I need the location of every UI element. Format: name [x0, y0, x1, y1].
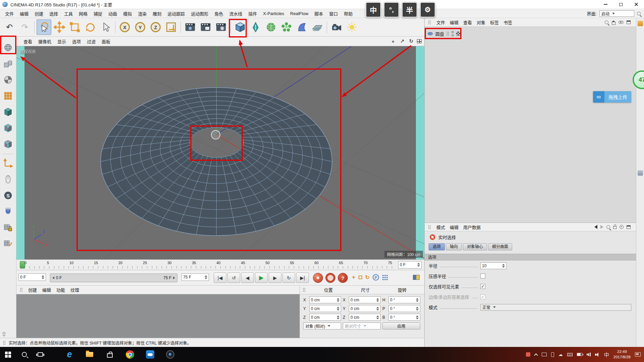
point-level-animation-toggle[interactable] [382, 275, 388, 281]
frame-number-field[interactable]: 0 F [18, 274, 46, 281]
enable-axis-mode-button[interactable] [1, 156, 15, 170]
tray-tim-icon[interactable] [526, 352, 530, 357]
section-header[interactable]: 选项 [425, 254, 636, 260]
panel-grip-icon[interactable] [303, 288, 306, 292]
rotate-tool-button[interactable] [83, 19, 98, 35]
selection-mode-select[interactable]: 正常 [480, 304, 631, 311]
transport-button[interactable]: ▶| [296, 273, 309, 283]
menu-item[interactable]: 雕刻 [150, 10, 164, 17]
object-manager-menu-item[interactable]: 标签 [490, 19, 499, 25]
lock-z-axis-button[interactable]: Z [148, 19, 163, 35]
add-environment-object-button[interactable] [310, 19, 325, 35]
add-subdivision-surface-button[interactable] [264, 19, 278, 35]
stepper-icon[interactable] [40, 275, 44, 279]
model-mode-button[interactable] [1, 57, 15, 71]
size-field[interactable]: 0 cm [349, 314, 381, 321]
object-manager-menu-item[interactable]: 查看 [463, 19, 472, 25]
menu-item[interactable]: 插件 [245, 10, 260, 17]
history-forward-icon[interactable] [600, 225, 603, 229]
viewport-menu-item[interactable]: 面板 [99, 38, 113, 45]
rotation-field[interactable]: 0 ° [388, 314, 420, 321]
last-used-tool-button[interactable] [98, 19, 113, 35]
make-editable-button[interactable] [1, 41, 15, 55]
material-menu-item[interactable]: 编辑 [42, 287, 51, 293]
viewport-menu-item[interactable]: 查看 [20, 38, 35, 45]
add-spline-button[interactable] [248, 19, 263, 35]
transport-button[interactable]: ◀ [241, 273, 254, 283]
ime-punctuation-button[interactable]: °, [384, 2, 399, 17]
task-view-button[interactable] [32, 347, 48, 362]
eye-icon[interactable] [619, 21, 624, 24]
range-right-icon[interactable] [173, 277, 175, 279]
size-field[interactable]: 0 cm [349, 305, 381, 312]
taskbar-file-explorer-button[interactable] [80, 347, 99, 362]
ime-width-button[interactable]: 半 [402, 2, 417, 17]
workplane-transform-button[interactable] [1, 237, 15, 251]
panel-grip-icon[interactable] [428, 20, 431, 24]
attribute-tab[interactable]: 细分曲面 [488, 243, 512, 250]
menu-item[interactable]: 角色 [211, 10, 226, 17]
taskbar-store-button[interactable] [101, 347, 119, 362]
position-field[interactable]: 0 cm [309, 314, 341, 321]
transport-button[interactable]: ▶ [269, 273, 281, 283]
attribute-manager-menu-item[interactable]: 模式 [436, 224, 445, 230]
minimize-button[interactable] [598, 0, 613, 9]
lock-x-axis-button[interactable]: X [117, 19, 132, 35]
search-icon[interactable] [605, 20, 608, 24]
tray-cloud-icon[interactable]: ☁ [558, 352, 563, 357]
vertical-tab-icon[interactable] [638, 21, 643, 26]
viewport-solo-button[interactable] [1, 172, 15, 186]
tray-monitor-icon[interactable] [542, 353, 547, 356]
visible-only-checkbox[interactable]: ✓ [480, 284, 485, 289]
history-back-icon[interactable] [594, 225, 597, 229]
render-settings-button[interactable] [214, 19, 228, 35]
start-button[interactable] [0, 347, 16, 362]
rotation-field[interactable]: 0 ° [388, 296, 420, 303]
range-left-icon[interactable] [52, 277, 54, 279]
render-view-button[interactable] [183, 19, 198, 35]
menu-item[interactable]: 模拟 [120, 10, 135, 17]
move-tool-button[interactable] [52, 19, 67, 35]
menu-item[interactable]: 帮助 [341, 10, 356, 17]
menu-item[interactable]: 流水线 [226, 10, 245, 17]
focus-icon[interactable] [620, 225, 624, 229]
menu-item[interactable]: RealFlow [287, 11, 311, 16]
point-mode-button[interactable] [1, 121, 15, 135]
add-light-button[interactable] [344, 19, 359, 35]
coordinate-mode-select[interactable]: 对象 (相对) [303, 322, 341, 329]
end-frame-field[interactable]: 75 F [181, 274, 209, 281]
visibility-dots-icon[interactable] [451, 31, 454, 37]
taskbar-chrome-button[interactable] [121, 347, 139, 362]
tray-network-icon[interactable] [587, 353, 591, 356]
help-button[interactable]: ? [338, 273, 348, 283]
material-menu-item[interactable]: 功能 [56, 287, 65, 293]
tray-phone-icon[interactable] [551, 352, 554, 357]
attribute-tab[interactable]: 轴向 [446, 243, 462, 250]
object-manager-list[interactable]: 圆盘 [425, 27, 636, 223]
panel-menu-icon[interactable] [627, 225, 631, 229]
viewport-menu-item[interactable]: 摄像机 [35, 38, 54, 45]
search-icon[interactable] [606, 225, 610, 229]
tray-ime-indicator[interactable]: 中 [604, 351, 609, 358]
redo-button[interactable]: ↷ [17, 19, 32, 35]
menu-item[interactable]: 创建 [32, 10, 46, 17]
zoom-view-icon[interactable]: ↗ [399, 38, 406, 45]
timeline-ruler[interactable]: 051015202530354045505560657075 0 F [16, 259, 424, 270]
object-name[interactable]: 圆盘 [435, 31, 444, 37]
menu-item[interactable]: 脚本 [311, 10, 326, 17]
scale-tool-button[interactable] [67, 19, 82, 35]
ime-settings-button[interactable]: ⚙ [420, 2, 435, 17]
position-field[interactable]: 0 cm [309, 296, 341, 303]
undo-button[interactable]: ↶ [2, 19, 17, 35]
position-field[interactable]: 0 cm [309, 305, 341, 312]
search-icon[interactable] [637, 12, 641, 15]
add-cube-primitive-button[interactable] [233, 19, 248, 35]
stepper-icon[interactable] [203, 275, 207, 279]
transport-button[interactable]: |◀ [214, 273, 226, 283]
live-selection-tool-button[interactable] [37, 19, 51, 35]
menu-item[interactable]: 编辑 [17, 10, 32, 17]
edge-mode-button[interactable] [1, 137, 15, 151]
tray-battery-icon[interactable] [577, 353, 582, 356]
menu-item[interactable]: 网格 [76, 10, 91, 17]
timeline-panel-icon[interactable] [413, 275, 420, 280]
